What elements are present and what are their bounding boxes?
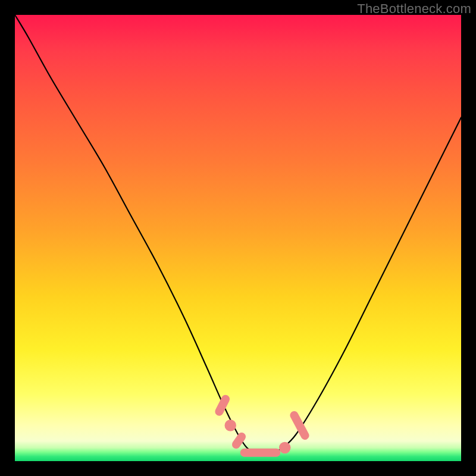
chart-frame: TheBottleneck.com <box>0 0 476 476</box>
marker-pill <box>230 431 248 450</box>
chart-svg <box>15 15 461 461</box>
marker-pill <box>240 449 281 457</box>
marker-pill <box>214 393 231 417</box>
marker-layer <box>214 393 311 456</box>
marker-dot <box>279 442 291 454</box>
plot-area <box>15 15 461 461</box>
marker-pill <box>289 410 311 441</box>
bottleneck-curve <box>15 15 461 453</box>
marker-dot <box>225 419 237 431</box>
